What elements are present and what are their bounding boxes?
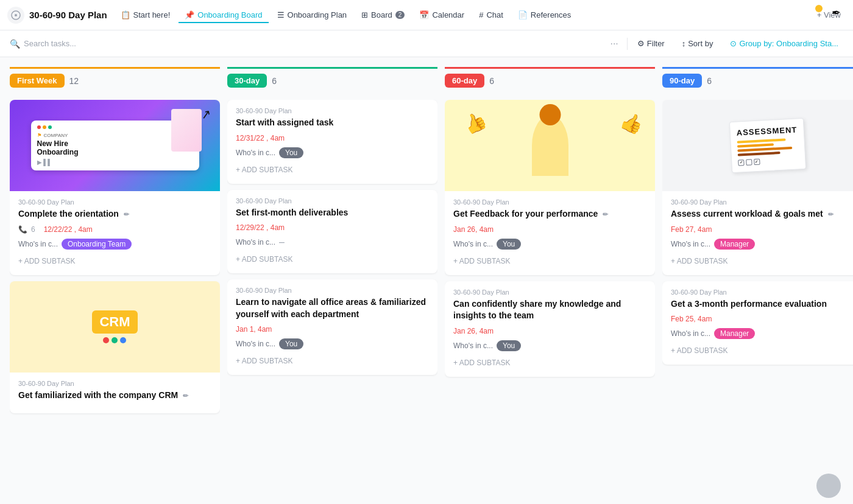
card-meta-office: Who's in c... You	[236, 338, 429, 349]
pin-icon: 📌	[185, 10, 194, 19]
browser-dots	[37, 125, 52, 129]
card-meta-eval: Who's in c... Manager	[671, 328, 853, 339]
assessment-title-img: ASSESSMENT	[736, 125, 797, 137]
card-meta-assessment: Who's in c... Manager	[671, 239, 853, 250]
nav-onboarding-plan[interactable]: ☰ Onboarding Plan	[271, 7, 353, 23]
head	[539, 104, 561, 125]
column-header-30day: 30-day 6	[227, 67, 437, 93]
nav-onboarding-board[interactable]: 📌 Onboarding Board	[179, 7, 268, 23]
60-day-cards: 👍 👍 30-60-90 Day Plan Get Feedback for y…	[445, 100, 655, 387]
edit-icon: ✏	[124, 211, 129, 218]
card-title-deliverables: Set first-month deliverables	[236, 207, 429, 219]
card-meta-deliverables: Who's in c... –	[236, 237, 429, 248]
nav-board[interactable]: ⊞ Board 2	[355, 7, 411, 23]
90-day-count: 6	[707, 76, 712, 86]
sort-button[interactable]: ↕ Sort by	[677, 37, 718, 51]
card-body-orientation: 30-60-90 Day Plan Complete the orientati…	[10, 191, 220, 275]
add-subtask-button-6[interactable]: + ADD SUBTASK	[671, 254, 853, 268]
card-office-areas[interactable]: 30-60-90 Day Plan Learn to navigate all …	[227, 279, 437, 375]
search-placeholder: Search tasks...	[24, 39, 76, 48]
add-subtask-button-1[interactable]: + ADD SUBTASK	[236, 163, 429, 177]
company-logo-icon: ⚑	[37, 133, 41, 138]
add-subtask-button-2[interactable]: + ADD SUBTASK	[236, 253, 429, 266]
nav-chat[interactable]: # Chat	[473, 7, 509, 23]
card-body-eval: 30-60-90 Day Plan Get a 3-month performa…	[662, 281, 853, 365]
90-day-tag[interactable]: 90-day	[662, 74, 702, 88]
card-title-assessment: Assess current workload & goals met ✏	[671, 208, 853, 220]
first-week-tag[interactable]: First Week	[10, 74, 65, 88]
search-area[interactable]: 🔍 Search tasks...	[10, 39, 601, 49]
doc-icon: 📄	[518, 10, 528, 19]
card-performance-eval[interactable]: 30-60-90 Day Plan Get a 3-month performa…	[662, 281, 853, 365]
card-assigned-task[interactable]: 30-60-90 Day Plan Start with assigned ta…	[227, 100, 437, 184]
nav-start-here[interactable]: 📋 Start here!	[115, 7, 177, 23]
nav-references[interactable]: 📄 References	[512, 7, 577, 23]
card-title-eval: Get a 3-month performance evaluation	[671, 298, 853, 310]
add-subtask-button-4[interactable]: + ADD SUBTASK	[453, 254, 646, 268]
list-icon: ☰	[277, 10, 285, 19]
assignee-you-3: You	[279, 338, 303, 349]
clipboard-icon: 📋	[121, 10, 130, 19]
card-body-crm: 30-60-90 Day Plan Get familiarized with …	[10, 373, 220, 414]
card-body-office: 30-60-90 Day Plan Learn to navigate all …	[227, 279, 437, 375]
card-deliverables[interactable]: 30-60-90 Day Plan Set first-month delive…	[227, 190, 437, 274]
add-subtask-button-5[interactable]: + ADD SUBTASK	[453, 356, 646, 369]
card-image-feedback: 👍 👍	[445, 100, 655, 191]
assignee-badge-onboarding: Onboarding Team	[62, 239, 132, 250]
card-plan: 30-60-90 Day Plan	[18, 198, 211, 206]
first-week-cards: ⚑ COMPANY New HireOnboarding ▶ ▌▌ ↗ 30-6…	[10, 100, 220, 423]
column-header-90day: 90-day 6	[662, 67, 853, 93]
add-subtask-button-7[interactable]: + ADD SUBTASK	[671, 344, 853, 357]
card-title-orientation: Complete the orientation ✏	[18, 208, 211, 220]
edit-icon4: ✏	[828, 211, 834, 218]
card-meta-assigned: Who's in c... You	[236, 147, 429, 158]
assignee-manager-1: Manager	[714, 239, 755, 250]
column-90-day: 90-day 6 ASSESSMENT	[662, 67, 853, 504]
person-image-placeholder	[171, 109, 202, 152]
filter-button[interactable]: ⚙ Filter	[632, 37, 670, 51]
card-title-crm: Get familiarized with the company CRM ✏	[18, 390, 211, 402]
30-day-tag[interactable]: 30-day	[227, 74, 267, 88]
column-30-day: 30-day 6 30-60-90 Day Plan Start with as…	[227, 67, 437, 504]
card-title-office: Learn to navigate all office areas & fam…	[236, 296, 429, 320]
card-orientation[interactable]: ⚑ COMPANY New HireOnboarding ▶ ▌▌ ↗ 30-6…	[10, 100, 220, 275]
card-crm[interactable]: CRM 30-60-90 Day Plan Get familiarized w…	[10, 281, 220, 414]
filter-icon: ⚙	[637, 39, 645, 48]
card-meta-feedback: Who's in c... You	[453, 239, 646, 250]
card-body-feedback: 30-60-90 Day Plan Get Feedback for your …	[445, 191, 655, 275]
column-60-day: 60-day 6 👍 👍 30-60-90 Day Plan	[445, 67, 655, 504]
card-assessment[interactable]: ASSESSMENT ✓ ✓	[662, 100, 853, 275]
card-title-assigned: Start with assigned task	[236, 117, 429, 129]
edit-icon2: ✏	[183, 392, 188, 399]
card-body-knowledge: 30-60-90 Day Plan Can confidently share …	[445, 281, 655, 377]
group-by-button[interactable]: ⊙ Group by: Onboarding Sta...	[725, 37, 843, 51]
edit-icon3: ✏	[603, 211, 608, 218]
card-body-assigned: 30-60-90 Day Plan Start with assigned ta…	[227, 100, 437, 184]
card-feedback[interactable]: 👍 👍 30-60-90 Day Plan Get Feedback for y…	[445, 100, 655, 275]
column-header-60day: 60-day 6	[445, 67, 655, 93]
card-title-feedback: Get Feedback for your performance ✏	[453, 208, 646, 220]
assignee-dash: –	[279, 237, 285, 248]
card-share-knowledge[interactable]: 30-60-90 Day Plan Can confidently share …	[445, 281, 655, 377]
90-day-cards: ASSESSMENT ✓ ✓	[662, 100, 853, 374]
assignee-you-4: You	[497, 239, 521, 250]
thumbsup1: 👍	[459, 108, 490, 138]
card-meta-knowledge: Who's in c... You	[453, 340, 646, 351]
crm-image-content: CRM	[92, 310, 137, 343]
board-badge: 2	[395, 11, 405, 19]
60-day-tag[interactable]: 60-day	[445, 74, 484, 88]
card-image-crm: CRM	[10, 281, 220, 373]
play-controls: ▶ ▌▌	[37, 159, 52, 166]
more-options-button[interactable]: ···	[606, 37, 621, 51]
nav-calendar[interactable]: 📅 Calendar	[413, 7, 470, 23]
hash-icon: #	[479, 10, 483, 19]
30-day-cards: 30-60-90 Day Plan Start with assigned ta…	[227, 100, 437, 385]
feedback-person	[532, 115, 568, 176]
card-title-knowledge: Can confidently share my knowledge and i…	[453, 298, 646, 322]
add-subtask-button-orientation[interactable]: + ADD SUBTASK	[18, 254, 211, 268]
card-image-assessment: ASSESSMENT ✓ ✓	[662, 100, 853, 191]
add-subtask-button-3[interactable]: + ADD SUBTASK	[236, 354, 429, 368]
card-meta-orientation: Who's in c... Onboarding Team	[18, 239, 211, 250]
assessment-bars	[737, 138, 798, 156]
app-icon	[7, 7, 24, 24]
